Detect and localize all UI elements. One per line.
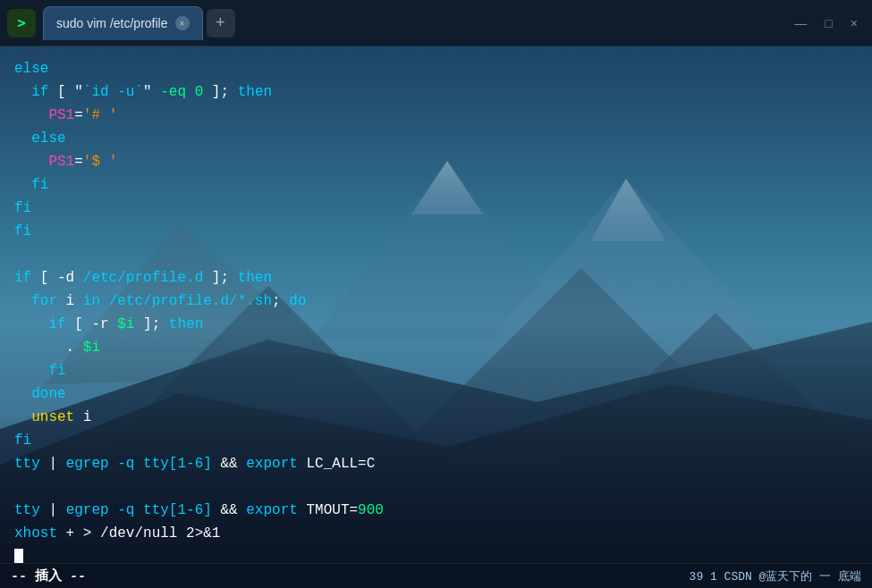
active-tab[interactable]: sudo vim /etc/profile × [43,6,203,40]
tab-close-button[interactable]: × [175,16,190,30]
code-line-11: for i in /etc/profile.d/*.sh; do [14,290,858,313]
code-line-15: done [14,382,858,406]
close-button[interactable]: × [851,16,858,30]
text-cursor [14,549,23,563]
new-tab-button[interactable]: + [207,9,235,38]
statusbar-info: 39 1 CSDN @蓝天下的 一 底端 [690,568,861,584]
code-line-17: fi [14,429,858,452]
code-line-18: tty | egrep -q tty[1-6] && export LC_ALL… [14,452,858,475]
code-line-6: fi [14,173,858,197]
code-line-20: tty | egrep -q tty[1-6] && export TMOUT=… [14,499,858,522]
code-line-13: . $i [14,336,858,359]
code-line-blank2 [14,475,858,499]
tab-label: sudo vim /etc/profile [56,16,168,30]
code-line-1: else [14,57,858,80]
code-line-21: xhost + > /dev/null 2>&1 [14,522,858,545]
terminal-icon [7,9,36,38]
code-line-14: fi [14,359,858,382]
code-line-3: PS1='# ' [14,104,858,127]
code-content: else if [ "`id -u`" -eq 0 ]; then PS1='#… [0,54,872,563]
code-line-22 [14,545,858,563]
code-line-8: fi [14,220,858,243]
window-controls: — □ × [794,16,865,30]
code-line-2: if [ "`id -u`" -eq 0 ]; then [14,80,858,104]
code-line-5: PS1='$ ' [14,150,858,173]
statusbar: -- 插入 -- 39 1 CSDN @蓝天下的 一 底端 [0,563,872,588]
code-line-10: if [ -d /etc/profile.d ]; then [14,266,858,290]
code-line-4: else [14,127,858,150]
code-line-blank1 [14,243,858,266]
code-area[interactable]: else if [ "`id -u`" -eq 0 ]; then PS1='#… [0,46,872,563]
maximize-button[interactable]: □ [825,16,832,30]
code-line-7: fi [14,197,858,220]
titlebar: sudo vim /etc/profile × + — □ × [0,0,872,46]
terminal-window: sudo vim /etc/profile × + — □ × else if … [0,0,872,588]
code-line-12: if [ -r $i ]; then [14,313,858,336]
code-line-16: unset i [14,406,858,429]
minimize-button[interactable]: — [794,16,807,30]
vim-mode: -- 插入 -- [11,567,86,584]
